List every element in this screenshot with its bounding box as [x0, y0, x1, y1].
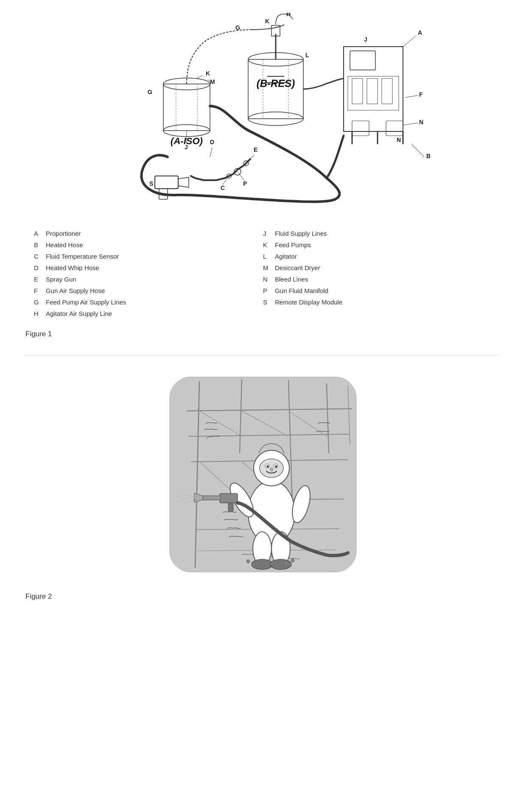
svg-text:K: K	[206, 70, 210, 77]
svg-text:E: E	[254, 146, 257, 153]
svg-point-98	[255, 562, 258, 565]
figure1-diagram: (A-ISO) (B-RES)	[89, 13, 437, 216]
svg-text:B: B	[426, 153, 431, 159]
page: (A-ISO) (B-RES)	[0, 0, 526, 812]
legend-item: DHeated Whip Hose	[34, 263, 263, 272]
legend-container: AProportionerBHeated HoseCFluid Temperat…	[25, 229, 501, 318]
legend-left-column: AProportionerBHeated HoseCFluid Temperat…	[34, 229, 263, 318]
svg-text:H: H	[286, 13, 291, 17]
figure1-label: Figure 1	[25, 330, 52, 338]
legend-text: Heated Whip Hose	[46, 263, 99, 272]
svg-text:C: C	[221, 184, 225, 191]
svg-point-86	[275, 466, 277, 468]
legend-text: Feed Pumps	[275, 240, 311, 249]
svg-point-85	[267, 466, 269, 468]
svg-rect-96	[228, 503, 233, 511]
svg-point-87	[270, 468, 273, 471]
legend-letter: N	[263, 275, 275, 284]
svg-text:G: G	[148, 89, 152, 95]
legend-item: CFluid Temperature Sensor	[34, 252, 263, 261]
svg-point-99	[285, 561, 288, 564]
legend-letter: M	[263, 263, 275, 272]
svg-text:J: J	[185, 144, 188, 151]
legend-item: KFeed Pumps	[263, 240, 492, 249]
svg-text:(B-RES): (B-RES)	[257, 78, 295, 89]
legend-item: JFluid Supply Lines	[263, 229, 492, 238]
legend-letter: S	[263, 298, 275, 307]
legend-item: FGun Air Supply Hose	[34, 286, 263, 295]
svg-rect-94	[220, 494, 238, 503]
svg-rect-95	[203, 496, 221, 500]
legend-letter: L	[263, 252, 275, 261]
legend-letter: F	[34, 286, 46, 295]
legend-letter: P	[263, 286, 275, 295]
legend-item: NBleed Lines	[263, 275, 492, 284]
legend-item: MDesiccant Dryer	[263, 263, 492, 272]
legend-item: PGun Fluid Manifold	[263, 286, 492, 295]
legend-right-column: JFluid Supply LinesKFeed PumpsLAgitatorM…	[263, 229, 492, 318]
legend-text: Remote Display Module	[275, 298, 342, 307]
legend-text: Fluid Temperature Sensor	[46, 252, 119, 261]
svg-text:N: N	[419, 119, 423, 126]
figure1-section: (A-ISO) (B-RES)	[25, 13, 501, 338]
legend-text: Desiccant Dryer	[275, 263, 320, 272]
legend-text: Bleed Lines	[275, 275, 308, 284]
svg-point-92	[252, 559, 273, 569]
svg-point-100	[291, 559, 294, 562]
legend-text: Gun Fluid Manifold	[275, 286, 328, 295]
legend-text: Agitator	[275, 252, 297, 261]
legend-item: SRemote Display Module	[263, 298, 492, 307]
svg-text:L: L	[305, 52, 309, 59]
legend-item: GFeed Pump Air Supply Lines	[34, 298, 263, 307]
legend-text: Proportioner	[46, 229, 81, 238]
legend-item: LAgitator	[263, 252, 492, 261]
legend-letter: B	[34, 240, 46, 249]
legend-item: HAgitator Air Supply Line	[34, 309, 263, 318]
figure2-label: Figure 2	[25, 592, 52, 601]
svg-text:F: F	[419, 91, 423, 98]
svg-text:P: P	[243, 180, 247, 187]
diagram-container: (A-ISO) (B-RES)	[25, 13, 501, 216]
svg-text:G: G	[235, 24, 240, 31]
legend-item: AProportioner	[34, 229, 263, 238]
legend-letter: E	[34, 275, 46, 284]
svg-text:A: A	[418, 29, 422, 36]
svg-text:K: K	[265, 18, 269, 25]
section-divider	[25, 355, 501, 356]
legend-letter: J	[263, 229, 275, 238]
legend-letter: C	[34, 252, 46, 261]
figure2-diagram	[157, 368, 369, 580]
svg-text:D: D	[210, 139, 214, 145]
svg-point-97	[246, 560, 250, 563]
legend-text: Spray Gun	[46, 275, 76, 284]
legend-text: Feed Pump Air Supply Lines	[46, 298, 126, 307]
legend-letter: A	[34, 229, 46, 238]
legend-text: Gun Air Supply Hose	[46, 286, 105, 295]
svg-text:J: J	[364, 36, 367, 43]
svg-text:S: S	[149, 180, 153, 187]
legend-letter: H	[34, 309, 46, 318]
svg-point-93	[270, 559, 291, 569]
legend-letter: G	[34, 298, 46, 307]
legend-text: Heated Hose	[46, 240, 83, 249]
legend-letter: D	[34, 263, 46, 272]
legend-letter: K	[263, 240, 275, 249]
figure2-image-container	[25, 368, 501, 580]
legend-text: Agitator Air Supply Line	[46, 309, 112, 318]
legend-item: BHeated Hose	[34, 240, 263, 249]
legend-text: Fluid Supply Lines	[275, 229, 327, 238]
legend-item: ESpray Gun	[34, 275, 263, 284]
svg-text:N: N	[397, 137, 401, 143]
figure2-section: Figure 2	[25, 368, 501, 601]
